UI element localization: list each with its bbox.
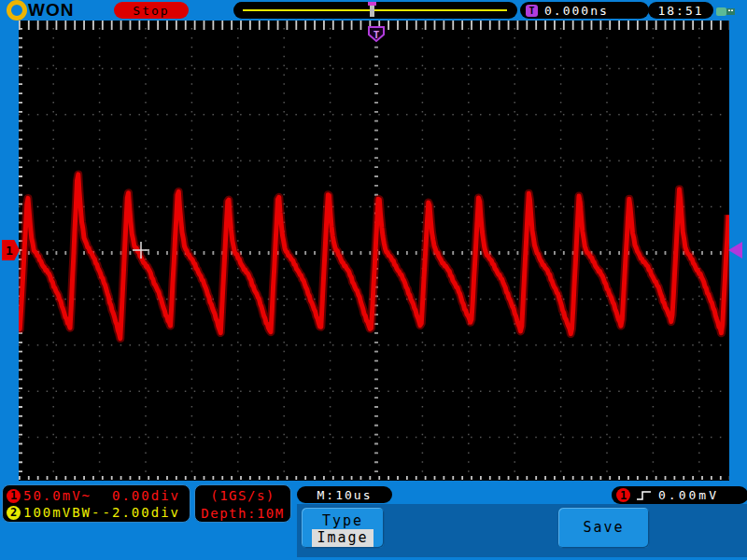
trigger-time-value: 0.000ns	[544, 4, 609, 18]
sample-rate: (1GS/s)	[195, 487, 290, 505]
channel1-badge: 1	[7, 489, 21, 503]
acquisition-info-box: (1GS/s) Depth:10M	[194, 484, 291, 523]
owon-logo: WON	[7, 0, 74, 21]
waveform-display: T	[19, 21, 729, 481]
trigger-level-value: 0.00mV	[658, 488, 719, 502]
logo-o-ring-icon	[7, 0, 27, 21]
record-cursor-cap	[368, 2, 376, 6]
trigger-time-readout: T 0.000ns	[520, 2, 649, 19]
menu-type-label: Type	[322, 512, 363, 529]
record-window-cursor[interactable]	[370, 4, 374, 17]
logo-text: WON	[28, 0, 74, 21]
channel-info-box: 1 50.0mV~ 0.00div 2 100mVBW- -2.00div	[2, 484, 190, 523]
record-line	[243, 9, 507, 11]
scope-canvas: T	[19, 21, 729, 481]
channel2-badge: 2	[7, 506, 21, 520]
record-depth: Depth:10M	[195, 505, 290, 523]
channel1-position-marker[interactable]: 1	[2, 240, 20, 260]
timebase-readout: M:10us	[297, 486, 392, 503]
rising-edge-icon	[636, 489, 653, 502]
channel2-offset: -2.00div	[101, 505, 186, 520]
channel2-scale: 100mVBW-	[23, 505, 101, 520]
channel1-offset: 0.00div	[92, 488, 186, 503]
svg-text:T: T	[374, 29, 380, 41]
channel2-readout: 2 100mVBW- -2.00div	[7, 504, 186, 521]
clock: 18:51	[648, 2, 713, 19]
channel1-scale: 50.0mV~	[23, 488, 92, 503]
trigger-t-icon: T	[526, 5, 538, 17]
channel1-readout: 1 50.0mV~ 0.00div	[7, 487, 186, 504]
trigger-readout: 1 0.00mV	[612, 486, 747, 504]
save-button[interactable]: Save	[557, 507, 650, 549]
trigger-level-marker[interactable]	[728, 242, 742, 259]
usb-drive-icon	[715, 4, 740, 22]
record-position-bar	[233, 2, 517, 19]
trigger-source-badge: 1	[616, 488, 630, 502]
menu-type-selected[interactable]: Image	[312, 529, 373, 547]
menu-type-button[interactable]: Type Image	[301, 507, 385, 549]
run-stop-status[interactable]: Stop	[114, 2, 189, 19]
save-button-label: Save	[583, 519, 624, 536]
